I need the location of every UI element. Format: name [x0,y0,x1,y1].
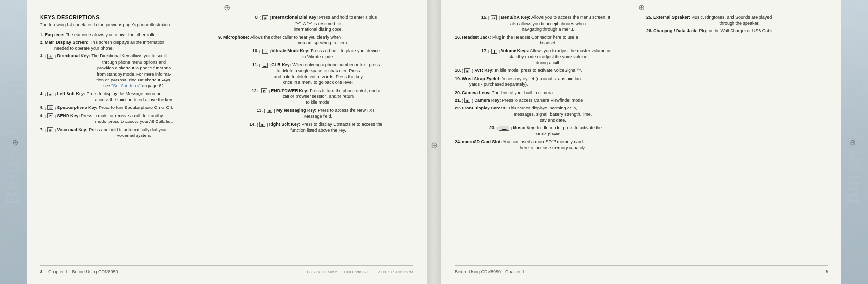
list-item-10: 10. [ ◫ ] Vibrate Mode Key: Press and ho… [218,48,413,60]
item-text-cont: also allows you to accept choices when [455,21,637,27]
item-number: 6. [40,113,45,118]
item-text: The Directional Key allows you to scroll [90,54,167,58]
item-number: 16. [455,35,462,40]
item-number: 23. [489,125,497,130]
item-text: Press to turn the phone on/off, end a [309,88,380,93]
item-label: SEND Key: [57,113,80,118]
item-label: Voicemail Key: [57,127,87,132]
top-right-crosshair-icon: ⊕ [638,3,645,12]
set-shortcuts-link[interactable]: "Set Shortcuts" [111,83,140,88]
item-number: 10. [252,48,259,53]
item-text-cont: and hold to delete entire words. Press t… [218,74,413,80]
item-label: Camera Key: [474,98,501,103]
list-item-14: 14. [ ▣ ] Right Soft Key: Press to displ… [218,122,413,134]
bracket-icon: ] [268,63,270,67]
item-text: Plug in the Headset Connector here to us… [491,35,578,40]
item-text-cont: provides a shortcut to phone functions [40,65,204,71]
filename-label: 080716_CDM8950_ECHO.indd 8-9 [307,270,368,274]
item-text-cont: once in a menu to go back one level. [218,80,413,85]
list-item-24: 24. microSD Card Slot: You can insert a … [455,139,637,150]
list-item-23: 23. [ ▬▬ ] Music Key: In idle mode, pres… [455,125,637,137]
item-text-cont: mode, press to access your All Calls lis… [40,119,204,124]
list-item-9: 9. Microphone: Allows the other caller t… [218,34,413,46]
item-label: Main Display Screen: [45,40,89,45]
item-text: The earpiece allows you to hear the othe… [65,32,158,37]
item-number: 12. [252,88,259,93]
item-text-cont: Message field. [218,113,413,119]
item-text: This screen displays incoming calls, [507,106,577,110]
item-text: Allows you to access the menu screen. It [530,15,610,20]
item-text-cont: in Vibrate mode. [218,54,413,60]
item-number: 3. [40,54,45,58]
list-item-16: 16. Headset Jack: Plug in the Headset Co… [455,34,637,46]
item-number: 22. [455,106,462,110]
clr-key-icon: ▬ [262,63,268,68]
item-number: 17. [481,48,488,53]
list-item-17: 17. [ ▐ ] Volume Keys: Allows you to adj… [455,48,637,66]
item-number: 9. [218,35,223,40]
item-text: Music, Ringtones, and Sounds are played [690,15,772,20]
item-text-cont: from standby mode. For more informa- [40,71,204,77]
bracket-icon: [ [259,63,261,67]
item-text-cont: day and date. [455,117,637,123]
messaging-key-icon: ▣ [267,108,272,113]
bracket-icon: ] [273,108,275,113]
left-crosshair-icon: ⊕ [12,137,18,147]
list-item-18: 18. [ ▣ ] AVR Key: In idle mode, press t… [455,68,637,74]
page-number: 8 [40,270,42,274]
bracket-icon: ] [498,49,500,53]
bracket-icon: [ [45,128,47,132]
item-number: 5. [40,105,45,110]
item-text: Press and hold to place your device [310,48,380,53]
bracket-icon: ] [269,15,271,20]
item-number: 20. [455,90,462,95]
item-number: 24. [455,139,462,144]
center-gutter: ⊕ [427,0,441,284]
item-label: Right Soft Key: [269,122,300,127]
item-text-cont: Music player. [455,131,637,137]
bracket-icon: [ [45,92,47,96]
page-spread: Before Using ⊕ ⊕ KEYS DESCRIPTIONS The f… [0,0,868,284]
left-page-footer: 8 Chapter 1 – Before Using CDM8950 08071… [40,265,413,274]
bracket-icon: [ [45,114,47,118]
item-label: CLR Key: [271,62,291,67]
bracket-icon: ] [54,92,55,96]
item-text: The lens of your built-in camera. [491,90,554,95]
intl-dial-key-icon: ▣ [262,15,268,20]
item-label: Volume Keys: [501,48,529,53]
footer-meta: 080716_CDM8950_ECHO.indd 8-9 2008.7.16 4… [307,270,413,274]
bracket-icon: ] [54,114,55,118]
item-label: Front Display Screen: [462,106,507,110]
item-text: Press to turn Speakerphone On or Off. [97,105,173,110]
avr-key-icon: ▣ [464,68,470,73]
bracket-icon: [ [264,108,266,113]
send-key-icon: ⊏ [47,113,53,118]
item-text-cont: "+". A "+" is reserved for [218,21,413,27]
left-page: ⊕ ⊕ KEYS DESCRIPTIONS The following list… [27,0,427,284]
right-items-column: 8. [ ▣ ] International Dial Key: Press a… [204,14,413,265]
item-label: External Speaker: [653,15,690,20]
item-text: Press and hold to enter a plus [318,15,377,20]
right-page: ⊕ ⊕ 15. [ ok ] Menu/OK Key: Allows you t… [441,0,841,284]
item-label: Camera Lens: [462,90,491,95]
bracket-icon: [ [259,89,261,93]
list-item-25: 25. External Speaker: Music, Ringtones, … [646,14,828,26]
item-number: 1. [40,32,45,37]
item-label: My Messaging Key: [276,108,317,113]
list-item-8: 8. [ ▣ ] International Dial Key: Press a… [218,14,413,32]
item-label: Left Soft Key: [57,91,85,96]
chapter-label: Chapter 1 – Before Using CDM8950 [48,270,118,274]
item-number: 19. [455,76,462,81]
item-label: microSD Card Slot: [462,139,502,144]
timestamp-label: 2008.7.16 4:0:25 PM [378,270,413,274]
bracket-icon: ] [497,15,499,20]
item-label: Microphone: [223,35,249,40]
bracket-icon: ] [509,126,511,130]
item-label: Headset Jack: [462,35,491,40]
item-number: 8. [255,15,260,20]
list-item-4: 4. [ ▣ ] Left Soft Key: Press to display… [40,91,204,103]
item-text-cont: you are speaking to them. [218,40,413,46]
item-text: You can insert a microSD™ memory card [502,139,583,144]
left-page-content: KEYS DESCRIPTIONS The following list cor… [40,14,413,265]
right-page-footer: Before Using CDM8950 – Chapter 1 9 [455,265,828,274]
